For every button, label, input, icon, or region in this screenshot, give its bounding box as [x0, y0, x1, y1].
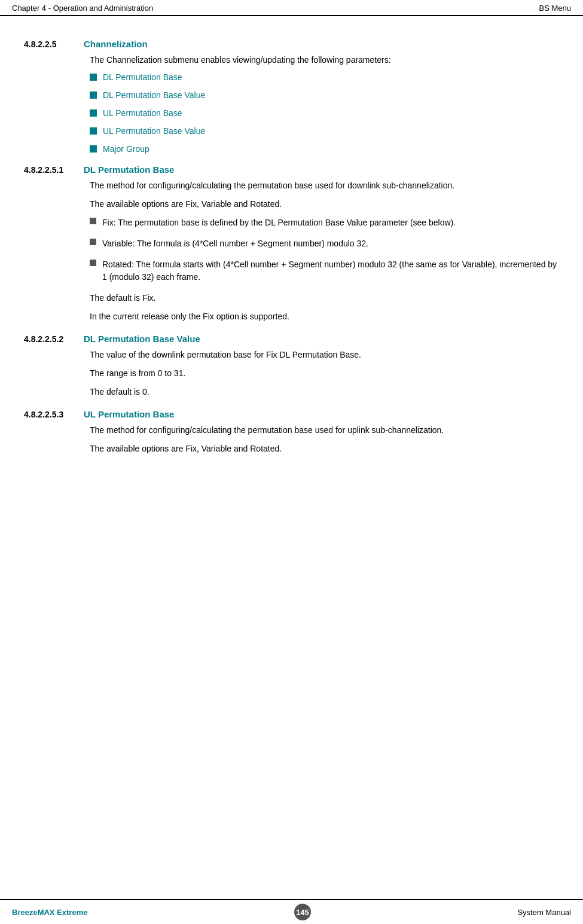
section-4-8-2-2-5-3-title: UL Permutation Base [84, 409, 174, 419]
section-4-8-2-2-5-1-para4: In the current release only the Fix opti… [90, 310, 559, 323]
list-item: DL Permutation Base [90, 72, 559, 82]
section-4-8-2-2-5-heading: 4.8.2.2.5 Channelization [24, 39, 559, 49]
sub-bullet-item-text: Fix: The permutation base is defined by … [102, 216, 456, 229]
dl-perm-sub-bullet-list: Fix: The permutation base is defined by … [90, 216, 559, 283]
header-section: BS Menu [539, 4, 571, 13]
bullet-icon [90, 127, 97, 135]
list-item: UL Permutation Base [90, 108, 559, 118]
section-4-8-2-2-5-intro: The Channelization submenu enables viewi… [90, 54, 559, 66]
section-4-8-2-2-5-3-number: 4.8.2.2.5.3 [24, 410, 84, 419]
section-4-8-2-2-5-3-para2: The available options are Fix, Variable … [90, 443, 559, 455]
section-4-8-2-2-5-title: Channelization [84, 39, 148, 49]
list-item: Rotated: The formula starts with (4*Cell… [90, 258, 559, 283]
page-header: Chapter 4 - Operation and Administration… [0, 0, 583, 16]
section-4-8-2-2-5-1-heading: 4.8.2.2.5.1 DL Permutation Base [24, 164, 559, 175]
bullet-icon [90, 260, 96, 266]
section-4-8-2-2-5-1-number: 4.8.2.2.5.1 [24, 165, 84, 175]
section-4-8-2-2-5-1-para3: The default is Fix. [90, 292, 559, 304]
bullet-icon [90, 92, 97, 99]
sub-bullet-item-text: Variable: The formula is (4*Cell number … [102, 237, 368, 250]
footer-product: BreezeMAX Extreme [12, 908, 87, 917]
section-4-8-2-2-5-1-para1: The method for configuring/calculating t… [90, 179, 559, 192]
top-bullet-list: DL Permutation Base DL Permutation Base … [90, 72, 559, 154]
section-4-8-2-2-5-1-para2: The available options are Fix, Variable … [90, 198, 559, 211]
footer-manual: System Manual [517, 908, 571, 917]
section-4-8-2-2-5-2-heading: 4.8.2.2.5.2 DL Permutation Base Value [24, 334, 559, 344]
bullet-icon [90, 145, 97, 153]
section-4-8-2-2-5-2-number: 4.8.2.2.5.2 [24, 334, 84, 344]
list-item: Fix: The permutation base is defined by … [90, 216, 559, 229]
header-chapter: Chapter 4 - Operation and Administration [12, 4, 153, 13]
bullet-item-text: UL Permutation Base [103, 108, 182, 118]
bullet-item-text: UL Permutation Base Value [103, 126, 205, 136]
section-4-8-2-2-5-2-title: DL Permutation Base Value [84, 334, 200, 344]
list-item: Variable: The formula is (4*Cell number … [90, 237, 559, 250]
section-4-8-2-2-5-2-para3: The default is 0. [90, 386, 559, 398]
bullet-item-text: DL Permutation Base Value [103, 90, 205, 100]
section-4-8-2-2-5-1-title: DL Permutation Base [84, 164, 174, 175]
page-content: 4.8.2.2.5 Channelization The Channelizat… [0, 16, 583, 899]
page: Chapter 4 - Operation and Administration… [0, 0, 583, 924]
bullet-icon [90, 109, 97, 117]
list-item: DL Permutation Base Value [90, 90, 559, 100]
page-footer: BreezeMAX Extreme 145 System Manual [0, 899, 583, 924]
sub-bullet-item-text: Rotated: The formula starts with (4*Cell… [102, 258, 559, 283]
list-item: Major Group [90, 144, 559, 154]
section-4-8-2-2-5-number: 4.8.2.2.5 [24, 39, 84, 49]
section-4-8-2-2-5-3-para1: The method for configuring/calculating t… [90, 424, 559, 437]
bullet-icon [90, 239, 96, 245]
footer-page-number: 145 [294, 904, 311, 920]
bullet-item-text: DL Permutation Base [103, 72, 182, 82]
bullet-icon [90, 218, 96, 224]
section-4-8-2-2-5-3-heading: 4.8.2.2.5.3 UL Permutation Base [24, 409, 559, 419]
section-4-8-2-2-5-2-para2: The range is from 0 to 31. [90, 367, 559, 380]
bullet-item-text: Major Group [103, 144, 149, 154]
bullet-icon [90, 74, 97, 81]
section-4-8-2-2-5-2-para1: The value of the downlink permutation ba… [90, 349, 559, 361]
list-item: UL Permutation Base Value [90, 126, 559, 136]
